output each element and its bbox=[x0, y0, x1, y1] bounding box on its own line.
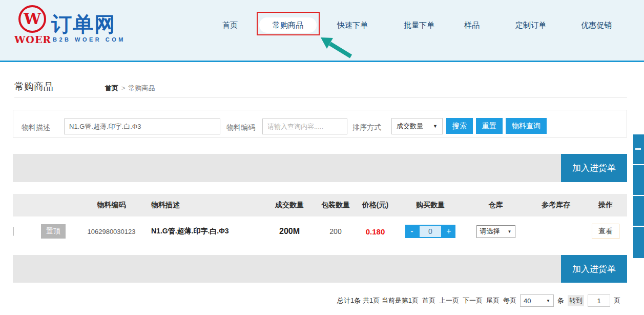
app-window: W WOER 订单网 B2B WOER COM 首页 常购商品 快速下单 批量下… bbox=[0, 0, 644, 315]
pagination-summary: 总计1条 共1页 当前是第1页 bbox=[337, 296, 419, 305]
material-code-input[interactable] bbox=[262, 119, 347, 134]
quantity-input[interactable] bbox=[419, 225, 442, 238]
breadcrumb: 首页>常购商品 bbox=[105, 84, 155, 93]
nav-item-quick-order[interactable]: 快速下单 bbox=[337, 21, 368, 30]
col-header-warehouse: 仓库 bbox=[464, 201, 528, 210]
row-checkbox[interactable] bbox=[13, 227, 14, 236]
goto-label: 转到 bbox=[568, 295, 584, 306]
page-title: 常购商品 bbox=[14, 80, 53, 93]
chevron-down-icon: ▼ bbox=[433, 124, 438, 129]
goto-page-input[interactable] bbox=[588, 294, 610, 307]
chevron-down-icon: ▼ bbox=[508, 229, 512, 234]
pin-to-top-button[interactable]: 置顶 bbox=[41, 224, 66, 239]
pagination: 总计1条 共1页 当前是第1页 首页 上一页 下一页 尾页 每页 40 ▼ 条 … bbox=[337, 294, 620, 307]
side-panel-icon bbox=[635, 148, 641, 150]
search-button[interactable]: 搜索 bbox=[446, 118, 473, 134]
pack-qty-value: 200 bbox=[318, 227, 354, 235]
deal-qty-value: 200M bbox=[261, 227, 318, 236]
col-header-price: 价格(元) bbox=[354, 201, 397, 210]
pagination-first-link[interactable]: 首页 bbox=[422, 296, 435, 305]
sort-select-value: 成交数量 bbox=[397, 122, 423, 131]
logo-mark: W bbox=[24, 11, 41, 27]
breadcrumb-current: 常购商品 bbox=[129, 84, 155, 92]
add-to-cart-button-bottom[interactable]: 加入进货单 bbox=[561, 255, 627, 283]
warehouse-select[interactable]: 请选择 ▼ bbox=[476, 225, 515, 238]
sort-label: 排序方式 bbox=[352, 123, 381, 132]
pagination-next-link[interactable]: 下一页 bbox=[463, 296, 483, 305]
action-bar-top bbox=[13, 154, 627, 182]
nav-item-bulk-order[interactable]: 批量下单 bbox=[404, 21, 434, 30]
warehouse-select-value: 请选择 bbox=[480, 227, 500, 236]
material-code-label: 物料编码 bbox=[226, 123, 255, 132]
annotation-arrow-icon bbox=[307, 33, 364, 62]
quantity-stepper: - + bbox=[397, 225, 464, 238]
per-page-unit: 条 bbox=[557, 296, 564, 305]
col-header-ref-stock: 参考库存 bbox=[528, 201, 584, 210]
col-header-code: 物料编码 bbox=[85, 201, 138, 210]
reset-button[interactable]: 重置 bbox=[476, 118, 503, 134]
nav-item-home[interactable]: 首页 bbox=[222, 21, 238, 30]
col-header-desc: 物料描述 bbox=[138, 201, 261, 210]
col-header-actions: 操作 bbox=[584, 201, 627, 210]
table-header-row: 物料编码 物料描述 成交数量 包装数量 价格(元) 购买数量 仓库 参考库存 操… bbox=[13, 194, 627, 216]
header-divider bbox=[0, 61, 644, 62]
quantity-minus-button[interactable]: - bbox=[405, 225, 419, 238]
floating-side-panel bbox=[633, 134, 644, 259]
material-lookup-button[interactable]: 物料查询 bbox=[506, 118, 547, 134]
site-subtitle: B2B WOER COM bbox=[53, 36, 126, 43]
per-page-select[interactable]: 40 ▼ bbox=[520, 294, 554, 307]
col-header-deal-qty: 成交数量 bbox=[261, 201, 318, 210]
action-bar-bottom bbox=[13, 255, 627, 283]
site-header: W WOER 订单网 B2B WOER COM 首页 常购商品 快速下单 批量下… bbox=[0, 0, 644, 61]
view-button[interactable]: 查看 bbox=[592, 224, 619, 239]
price-value: 0.180 bbox=[354, 227, 397, 236]
pagination-last-link[interactable]: 尾页 bbox=[486, 296, 500, 305]
quantity-plus-button[interactable]: + bbox=[442, 225, 455, 238]
material-desc-value: N1.G管.超薄.印字.白.Φ3 bbox=[138, 227, 261, 236]
nav-item-samples[interactable]: 样品 bbox=[464, 21, 480, 30]
per-page-label: 每页 bbox=[503, 296, 516, 305]
site-title: 订单网 bbox=[51, 10, 116, 38]
col-header-pack-qty: 包装数量 bbox=[318, 201, 354, 210]
breadcrumb-separator-icon: > bbox=[121, 84, 126, 92]
pagination-prev-link[interactable]: 上一页 bbox=[439, 296, 459, 305]
woer-logo-icon[interactable]: W bbox=[18, 5, 46, 33]
material-code-value: 1062980030123 bbox=[85, 228, 138, 235]
material-desc-input[interactable] bbox=[64, 119, 220, 134]
nav-item-promotions[interactable]: 优惠促销 bbox=[581, 21, 612, 30]
goto-page-unit: 页 bbox=[614, 296, 620, 305]
col-header-buy-qty: 购买数量 bbox=[397, 201, 464, 210]
add-to-cart-button-top[interactable]: 加入进货单 bbox=[561, 154, 627, 182]
side-panel-segment-4[interactable] bbox=[633, 227, 644, 258]
table-row: 置顶 1062980030123 N1.G管.超薄.印字.白.Φ3 200M 2… bbox=[13, 216, 627, 246]
side-panel-segment-2[interactable] bbox=[633, 165, 644, 195]
side-panel-segment-3[interactable] bbox=[633, 196, 644, 226]
side-panel-segment-1[interactable] bbox=[633, 134, 644, 164]
nav-item-custom-order[interactable]: 定制订单 bbox=[515, 21, 546, 30]
annotation-highlight-box bbox=[257, 12, 320, 35]
material-desc-label: 物料描述 bbox=[22, 123, 50, 132]
chevron-down-icon: ▼ bbox=[546, 299, 550, 303]
logo-brand-text: WOER bbox=[14, 34, 50, 45]
per-page-select-value: 40 bbox=[524, 297, 531, 305]
sort-select[interactable]: 成交数量 ▼ bbox=[391, 118, 443, 134]
breadcrumb-home-link[interactable]: 首页 bbox=[105, 84, 118, 92]
title-divider bbox=[14, 97, 627, 98]
